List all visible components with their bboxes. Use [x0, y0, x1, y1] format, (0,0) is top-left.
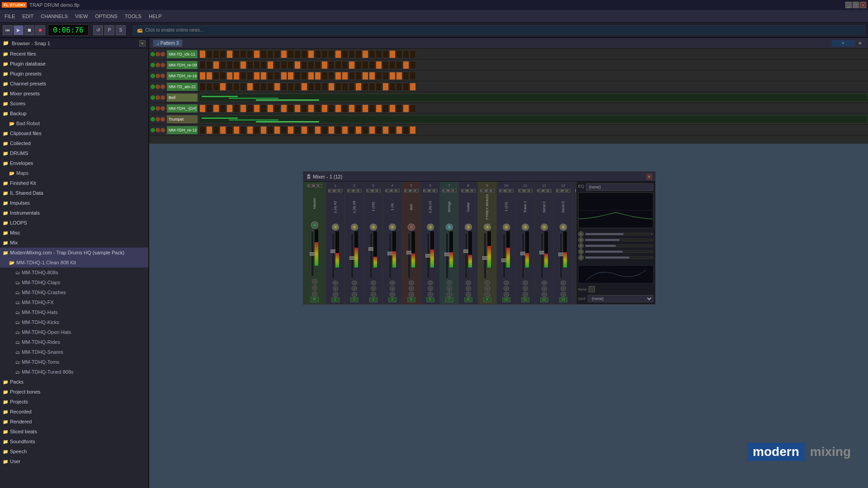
beat-cell[interactable] — [267, 50, 274, 58]
ch-s-button[interactable]: S — [395, 189, 400, 192]
channel-orange-btn[interactable] — [160, 84, 165, 89]
assign-button[interactable]: 9 — [483, 297, 491, 302]
transport-prev[interactable]: ⏮ — [3, 25, 13, 35]
ch-g-button[interactable]: G — [480, 189, 485, 192]
beat-cell[interactable] — [321, 83, 328, 91]
ch-s-button[interactable]: S — [566, 189, 571, 192]
beat-cell[interactable] — [220, 104, 226, 113]
beat-cell[interactable] — [281, 126, 287, 134]
beat-cell[interactable] — [294, 104, 301, 113]
browser-item[interactable]: 📁 ModernMixing.com - Trap Drums HQ (samp… — [0, 248, 148, 258]
beat-cell[interactable] — [376, 50, 382, 58]
pattern-button[interactable]: P — [104, 25, 114, 35]
beat-cell[interactable] — [342, 50, 348, 58]
ch-g-button[interactable]: G — [385, 189, 390, 192]
send-knob[interactable] — [390, 286, 395, 291]
beat-cell[interactable] — [226, 104, 233, 113]
beat-cell[interactable] — [254, 50, 260, 58]
channel-orange-btn[interactable] — [160, 74, 165, 78]
level-knob[interactable] — [332, 224, 339, 230]
assign-button[interactable]: 1 — [331, 297, 340, 302]
mixer-channel[interactable]: 2GMS1 (9) #92 — [345, 182, 364, 304]
browser-item[interactable]: 🗂 MM-TDHQ-Open Hats — [0, 327, 148, 337]
menu-options[interactable]: OPTIONS — [92, 13, 120, 20]
browser-item[interactable]: 📁 User — [0, 456, 148, 466]
beat-cell[interactable] — [274, 83, 280, 91]
ch-m-button[interactable]: M — [352, 189, 357, 192]
mixer-close-button[interactable]: × — [646, 174, 652, 180]
beat-cell[interactable] — [403, 61, 409, 69]
browser-close[interactable]: × — [139, 40, 146, 47]
beat-cell[interactable] — [199, 72, 206, 80]
send-knob[interactable] — [447, 286, 452, 291]
beat-cell[interactable] — [328, 72, 335, 80]
beat-cell[interactable] — [355, 50, 362, 58]
beat-cell[interactable] — [294, 83, 301, 91]
beat-cell[interactable] — [288, 72, 294, 80]
channel-orange-btn[interactable] — [156, 63, 160, 67]
send-knob[interactable] — [333, 286, 338, 291]
ch-g-button[interactable]: G — [328, 189, 333, 192]
browser-item[interactable]: 📁 Scores — [0, 99, 148, 108]
beat-cell[interactable] — [233, 126, 240, 134]
beat-cell[interactable] — [328, 104, 335, 113]
channel-name[interactable]: Bell — [167, 94, 198, 102]
send-knob[interactable] — [409, 292, 414, 297]
beat-cell[interactable] — [410, 50, 416, 58]
browser-item[interactable]: 📁 Plugin presets — [0, 69, 148, 79]
beat-cell[interactable] — [213, 126, 219, 134]
beat-cell[interactable] — [376, 83, 382, 91]
beat-cell[interactable] — [321, 126, 328, 134]
ch-m-button[interactable]: M — [409, 189, 414, 192]
beat-cell[interactable] — [294, 50, 301, 58]
beat-cell[interactable] — [199, 83, 206, 91]
beat-cell[interactable] — [362, 61, 368, 69]
piano-roll-display[interactable] — [199, 94, 868, 102]
assign-button[interactable]: 12 — [540, 297, 548, 302]
beat-cell[interactable] — [396, 83, 402, 91]
browser-item[interactable]: 📂 MM-TDHQ-1.Clean 808 Kit — [0, 258, 148, 267]
beat-cell[interactable] — [254, 104, 260, 113]
beat-cell[interactable] — [247, 83, 253, 91]
channel-orange-btn[interactable] — [160, 63, 165, 67]
beat-cell[interactable] — [396, 72, 402, 80]
beat-cell[interactable] — [308, 50, 314, 58]
transport-record[interactable]: ⏺ — [35, 25, 45, 35]
beat-cell[interactable] — [247, 104, 253, 113]
send-knob[interactable] — [352, 281, 357, 286]
beat-cell[interactable] — [301, 61, 307, 69]
menu-tools[interactable]: TOOLS — [122, 13, 144, 20]
browser-item[interactable]: 📁 Mixer presets — [0, 89, 148, 99]
beat-cell[interactable] — [254, 72, 260, 80]
ch-g-button[interactable]: G — [442, 189, 447, 192]
beat-cell[interactable] — [382, 104, 389, 113]
level-knob[interactable] — [311, 221, 318, 229]
beat-cell[interactable] — [335, 126, 341, 134]
channel-orange-btn[interactable] — [160, 95, 165, 100]
channel-orange-btn[interactable] — [160, 128, 165, 132]
beat-cell[interactable] — [213, 72, 219, 80]
send-knob[interactable] — [561, 292, 566, 297]
beat-cell[interactable] — [247, 50, 253, 58]
level-knob[interactable] — [389, 224, 396, 230]
beat-cell[interactable] — [199, 50, 206, 58]
assign-button[interactable]: 11 — [521, 297, 529, 302]
beat-cell[interactable] — [382, 83, 389, 91]
assign-button[interactable]: 7 — [445, 297, 453, 302]
send-knob[interactable] — [312, 285, 317, 291]
beat-cell[interactable] — [281, 61, 287, 69]
assign-button[interactable]: M — [311, 297, 319, 302]
send-knob[interactable] — [466, 292, 471, 297]
beat-cell[interactable] — [335, 61, 341, 69]
send-knob[interactable] — [390, 281, 395, 286]
level-knob[interactable] — [503, 224, 510, 230]
beat-cell[interactable] — [328, 50, 335, 58]
channel-orange-btn[interactable] — [156, 74, 160, 78]
beat-cell[interactable] — [382, 72, 389, 80]
channel-green-btn[interactable] — [151, 63, 155, 67]
send-knob[interactable] — [428, 281, 433, 286]
ch-s-button[interactable]: S — [509, 189, 514, 192]
mixer-channel[interactable]: 10GMS1 (12)10 — [497, 182, 516, 304]
beat-cell[interactable] — [328, 83, 335, 91]
beat-cell[interactable] — [376, 61, 382, 69]
